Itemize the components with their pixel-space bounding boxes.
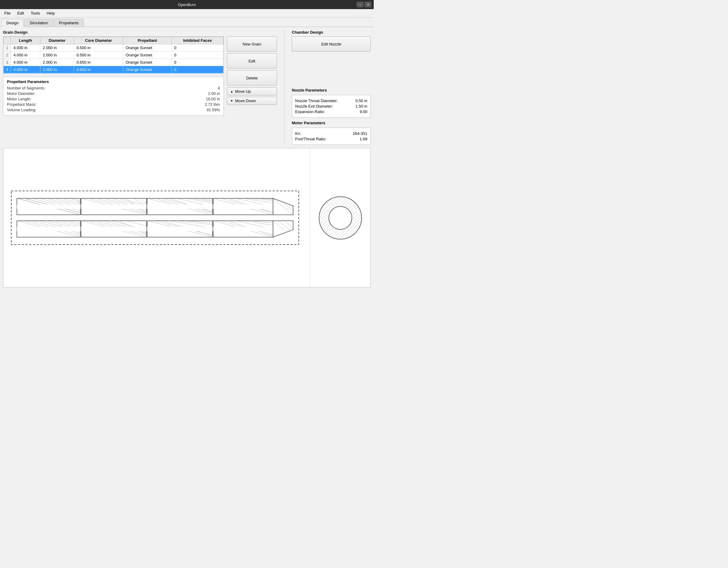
col-inhibited-faces: Inhibited Faces (172, 37, 224, 44)
propellant-param-row: Volume Loading: 91.59% (7, 108, 220, 112)
minimize-button[interactable]: ─ (357, 2, 363, 7)
svg-line-55 (184, 198, 212, 203)
nozzle-param-value: 1.50 in (356, 104, 367, 109)
row-num: 4 (4, 66, 11, 73)
motor-params-title: Motor Parameters (292, 121, 371, 125)
grain-tbody: 1 4.000 in 2.000 in 0.500 in Orange Suns… (4, 44, 224, 73)
col-length: Length (11, 37, 40, 44)
grain-cross-section-viz (3, 148, 307, 287)
row-num: 1 (4, 44, 11, 52)
top-area: Grain Design Length Diameter Core Diamet… (3, 30, 371, 145)
param-value: 16.00 in (196, 97, 220, 101)
motor-params-panel: Kn: 264-351Port/Throat Ratio: 1.69 (292, 128, 371, 145)
grain-design-title: Grain Design (3, 30, 277, 35)
param-value: 4 (196, 86, 220, 90)
row-core-diameter: 0.500 in (74, 44, 123, 52)
menu-bar: File Edit Tools Help (0, 9, 374, 18)
svg-rect-37 (81, 204, 146, 209)
tab-propellants[interactable]: Propellants (54, 19, 84, 27)
motor-param-label: Port/Throat Ratio: (295, 137, 326, 141)
nozzle-param-label: Expansion Ratio: (295, 109, 325, 114)
row-num: 2 (4, 52, 11, 59)
row-propellant: Orange Sunset (123, 59, 172, 66)
close-button[interactable]: ✕ (365, 2, 371, 7)
edit-button[interactable]: Edit (227, 53, 277, 69)
param-label: Motor Length: (7, 97, 31, 101)
svg-line-97 (284, 221, 293, 228)
propellant-param-row: Number of Segments: 4 (7, 86, 220, 90)
pp-rows: Number of Segments: 4Motor Diameter: 2.0… (7, 86, 220, 112)
move-up-label: Move Up (235, 89, 251, 94)
row-diameter: 2.000 in (40, 44, 74, 52)
main-content: Grain Design Length Diameter Core Diamet… (0, 27, 374, 291)
bottom-visualization (3, 148, 371, 287)
menu-tools[interactable]: Tools (28, 10, 43, 17)
move-down-label: Move Down (235, 99, 256, 103)
move-up-icon: ▲ (230, 90, 233, 93)
delete-button[interactable]: Delete (227, 70, 277, 86)
row-inhibited-faces: 0 (172, 52, 224, 59)
grain-svg (9, 188, 301, 248)
svg-rect-58 (147, 204, 212, 209)
move-up-button[interactable]: ▲ Move Up (227, 87, 277, 96)
move-down-button[interactable]: ▼ Move Down (227, 97, 277, 105)
svg-point-100 (329, 207, 352, 230)
propellant-param-row: Motor Diameter: 2.00 in (7, 91, 220, 96)
move-buttons: ▲ Move Up ▼ Move Down (227, 87, 277, 105)
row-diameter: 2.000 in (40, 59, 74, 66)
menu-file[interactable]: File (1, 10, 14, 17)
nozzle-params-title: Nozzle Parameters (292, 88, 371, 92)
param-label: Number of Segments: (7, 86, 45, 90)
tab-design[interactable]: Design (1, 19, 24, 27)
propellant-params-title: Propellant Parameters (7, 79, 220, 84)
propellant-param-row: Propellant Mass: 2.72 lbm (7, 102, 220, 107)
grain-table-wrapper: Length Diameter Core Diameter Propellant… (3, 36, 224, 74)
grain-controls: New Grain Edit Delete ▲ Move Up ▼ Move D… (227, 36, 277, 105)
table-row[interactable]: 4 4.000 in 2.000 in 0.650 in Orange Suns… (4, 66, 224, 73)
table-row[interactable]: 3 4.000 in 2.000 in 0.650 in Orange Suns… (4, 59, 224, 66)
row-length: 4.000 in (11, 52, 40, 59)
svg-rect-78 (213, 204, 273, 209)
grain-left: Length Diameter Core Diameter Propellant… (3, 36, 224, 116)
motor-param-value: 264-351 (353, 131, 367, 136)
grain-design-panel: Grain Design Length Diameter Core Diamet… (3, 30, 277, 145)
param-value: 91.59% (196, 108, 220, 112)
title-bar: OpenBurn ─ ✕ (0, 0, 374, 9)
row-diameter: 2.000 in (40, 52, 74, 59)
panel-divider (284, 30, 285, 145)
motor-param-value: 1.69 (360, 137, 367, 141)
row-core-diameter: 0.650 in (74, 66, 123, 73)
table-row[interactable]: 2 4.000 in 2.000 in 0.500 in Orange Suns… (4, 52, 224, 59)
svg-rect-87 (213, 227, 273, 231)
svg-rect-25 (17, 227, 80, 231)
param-value: 2.00 in (196, 91, 220, 96)
row-propellant: Orange Sunset (123, 52, 172, 59)
motor-param-label: Kn: (295, 131, 301, 136)
nozzle-param-row: Expansion Ratio: 9.00 (295, 109, 367, 114)
new-grain-button[interactable]: New Grain (227, 36, 277, 52)
propellant-params-panel: Propellant Parameters Number of Segments… (3, 77, 224, 116)
svg-line-90 (273, 198, 293, 215)
tab-bar: Design Simulation Propellants (0, 18, 374, 27)
table-row[interactable]: 1 4.000 in 2.000 in 0.500 in Orange Suns… (4, 44, 224, 52)
edit-nozzle-button[interactable]: Edit Nozzle (292, 36, 371, 52)
menu-help[interactable]: Help (44, 10, 58, 17)
col-diameter: Diameter (40, 37, 74, 44)
col-propellant: Propellant (123, 37, 172, 44)
svg-line-86 (251, 221, 273, 223)
tab-simulation[interactable]: Simulation (24, 19, 53, 27)
chamber-design-panel: Chamber Design Edit Nozzle Nozzle Parame… (292, 30, 371, 145)
menu-edit[interactable]: Edit (14, 10, 27, 17)
row-diameter: 2.000 in (40, 66, 74, 73)
row-propellant: Orange Sunset (123, 44, 172, 52)
row-length: 4.000 in (11, 66, 40, 73)
svg-line-95 (273, 221, 293, 237)
grain-row: Length Diameter Core Diameter Propellant… (3, 36, 277, 116)
chamber-design-title: Chamber Design (292, 30, 371, 35)
row-inhibited-faces: 0 (172, 66, 224, 73)
motor-param-row: Kn: 264-351 (295, 131, 367, 136)
nozzle-param-label: Nozzle Throat Diameter: (295, 99, 338, 103)
row-length: 4.000 in (11, 59, 40, 66)
window-controls: ─ ✕ (357, 2, 371, 7)
app-title: OpenBurn (178, 2, 196, 7)
